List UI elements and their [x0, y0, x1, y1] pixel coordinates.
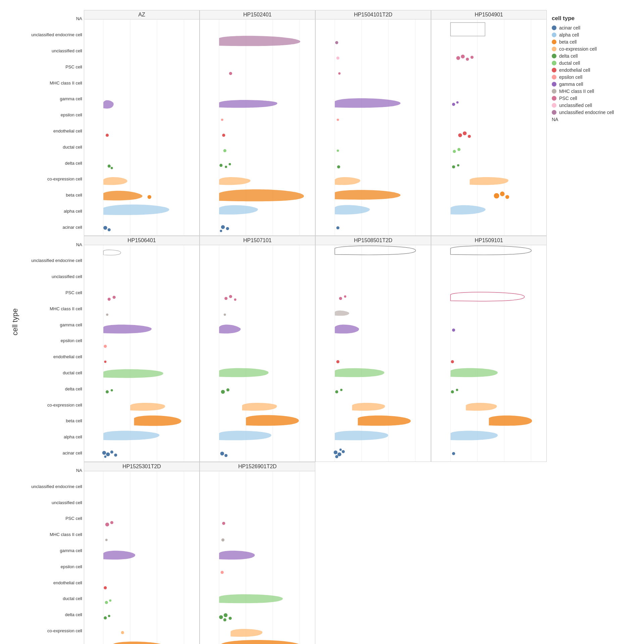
y-label-unclass-endo-r2: unclassified endocrine cell — [22, 258, 84, 263]
y-label-na-r2: NA — [22, 243, 84, 247]
y-label-coexp: co-expression cell — [22, 177, 84, 181]
legend-dot-delta — [552, 54, 556, 58]
y-label-mhc: MHC class II cell — [22, 81, 84, 85]
panel-hp1509101-svg — [431, 245, 546, 461]
y-label-alpha-r2: alpha cell — [22, 435, 84, 439]
svg-point-112 — [110, 521, 113, 524]
svg-point-81 — [226, 388, 229, 391]
svg-point-91 — [335, 390, 338, 393]
svg-point-60 — [108, 298, 111, 301]
y-label-mhc-r2: MHC class II cell — [22, 307, 84, 311]
svg-point-96 — [335, 455, 338, 458]
legend-item-coexp: co-expression cell — [552, 46, 629, 52]
legend-label-acinar: acinar cell — [559, 25, 580, 31]
legend-dot-unclassified-endo — [552, 110, 556, 115]
panel-hp1507101-title: HP1507101 — [200, 236, 315, 245]
y-label-unclass: unclassified cell — [22, 49, 84, 53]
legend-title: cell type — [552, 15, 629, 22]
svg-point-118 — [108, 615, 110, 617]
legend-dot-beta — [552, 40, 556, 44]
y-label-ductal: ductal cell — [22, 145, 84, 149]
y-label-unclass-r3: unclassified cell — [22, 500, 84, 505]
svg-point-42 — [466, 58, 469, 61]
svg-point-119 — [121, 631, 124, 634]
svg-point-103 — [451, 360, 454, 363]
panel-az-body — [84, 19, 199, 235]
legend-item-gamma: gamma cell — [552, 82, 629, 87]
y-label-beta-r2: beta cell — [22, 419, 84, 423]
svg-point-31 — [337, 119, 339, 121]
legend-label-endothelial: endothelial cell — [559, 67, 590, 73]
panel-hp1525301t2d-body — [84, 471, 199, 644]
y-label-gamma-r2: gamma cell — [22, 323, 84, 327]
svg-point-76 — [224, 297, 227, 300]
svg-point-44 — [452, 103, 455, 106]
panels-row3: HP1525301T2D — [84, 462, 547, 644]
legend-label-na: NA — [552, 117, 558, 122]
svg-point-48 — [468, 135, 471, 138]
legend-item-beta: beta cell — [552, 39, 629, 45]
svg-point-77 — [229, 295, 232, 298]
legend-label-unclassified: unclassified cell — [559, 103, 592, 108]
svg-rect-39 — [450, 22, 485, 36]
row2: NA unclassified endocrine cell unclassif… — [22, 236, 547, 462]
svg-point-80 — [221, 390, 225, 394]
svg-point-55 — [505, 195, 509, 199]
legend-item-na: NA — [552, 117, 629, 122]
panel-hp1504901-body — [431, 19, 546, 235]
legend-item-epsilon: epsilon cell — [552, 74, 629, 80]
svg-point-7 — [148, 195, 151, 199]
y-label-alpha: alpha cell — [22, 209, 84, 213]
row1: NA unclassified endocrine cell unclassif… — [22, 10, 547, 236]
svg-point-104 — [451, 390, 454, 393]
legend-label-coexp: co-expression cell — [559, 46, 597, 52]
svg-point-41 — [461, 55, 465, 59]
y-label-delta-r3: delta cell — [22, 612, 84, 617]
legend-item-mhc: MHC class II cell — [552, 89, 629, 94]
svg-point-113 — [105, 539, 108, 541]
svg-point-70 — [114, 454, 117, 457]
svg-point-18 — [219, 164, 222, 167]
legend-label-epsilon: epsilon cell — [559, 74, 582, 80]
y-label-coexp-r2: co-expression cell — [22, 403, 84, 407]
y-label-coexp-r3: co-expression cell — [22, 629, 84, 633]
panel-hp1508501t2d-body — [316, 245, 431, 461]
y-label-epsilon-r3: epsilon cell — [22, 565, 84, 569]
svg-point-8 — [103, 226, 107, 230]
svg-point-51 — [452, 165, 455, 168]
row3: NA unclassified endocrine cell unclassif… — [22, 462, 547, 644]
panel-hp1525301t2d-title: HP1525301T2D — [84, 462, 199, 471]
legend-label-beta: beta cell — [559, 39, 577, 45]
legend-item-ductal: ductal cell — [552, 60, 629, 66]
svg-point-130 — [219, 615, 223, 619]
svg-point-33 — [337, 165, 340, 168]
y-label-na-r3: NA — [22, 468, 84, 473]
svg-point-21 — [221, 225, 225, 229]
svg-point-69 — [110, 450, 113, 453]
y-label-acinar: acinar cell — [22, 225, 84, 229]
legend-item-delta: delta cell — [552, 53, 629, 59]
y-labels-row1: NA unclassified endocrine cell unclassif… — [22, 10, 84, 236]
panel-hp1504901-svg — [431, 19, 546, 235]
y-label-unclass-r2: unclassified cell — [22, 274, 84, 279]
svg-point-115 — [105, 601, 108, 604]
svg-point-63 — [104, 345, 107, 348]
panel-hp1506401-svg — [84, 245, 199, 461]
svg-point-105 — [456, 389, 458, 391]
svg-point-78 — [234, 299, 236, 301]
legend-dot-ductal — [552, 61, 556, 65]
panel-hp1526901t2d-title: HP1526901T2D — [200, 462, 315, 471]
panel-az-title: AZ — [84, 10, 199, 19]
svg-point-15 — [221, 119, 223, 121]
svg-point-111 — [105, 523, 109, 527]
plot-with-yaxis: cell type NA unclassified endocrine cell… — [10, 10, 547, 634]
y-label-mhc-r3: MHC class II cell — [22, 532, 84, 537]
svg-point-97 — [339, 449, 342, 451]
legend-item-unclassified: unclassified cell — [552, 103, 629, 108]
y-label-epsilon-r2: epsilon cell — [22, 338, 84, 343]
y-label-psc-r2: PSC cell — [22, 290, 84, 295]
svg-point-94 — [337, 452, 341, 457]
svg-point-131 — [224, 613, 227, 617]
legend-label-mhc: MHC class II cell — [559, 89, 594, 94]
legend-dot-epsilon — [552, 75, 556, 79]
